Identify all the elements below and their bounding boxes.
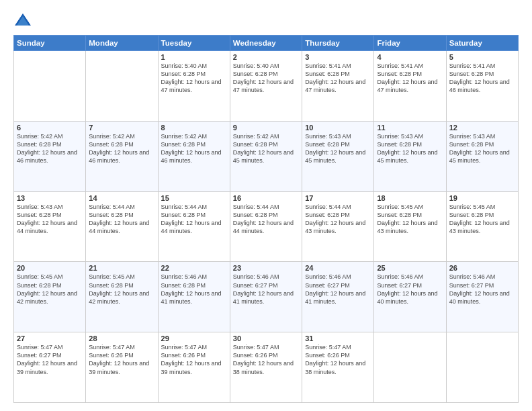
day-info: Sunrise: 5:43 AM Sunset: 6:28 PM Dayligh… xyxy=(377,132,443,165)
day-number: 9 xyxy=(233,124,299,132)
day-info: Sunrise: 5:43 AM Sunset: 6:28 PM Dayligh… xyxy=(305,132,371,165)
day-info: Sunrise: 5:41 AM Sunset: 6:28 PM Dayligh… xyxy=(305,62,371,95)
day-info: Sunrise: 5:44 AM Sunset: 6:28 PM Dayligh… xyxy=(89,203,154,236)
day-info: Sunrise: 5:47 AM Sunset: 6:26 PM Dayligh… xyxy=(305,343,371,376)
calendar-cell: 24Sunrise: 5:46 AM Sunset: 6:27 PM Dayli… xyxy=(302,262,374,332)
logo-icon xyxy=(13,11,32,30)
day-number: 15 xyxy=(161,194,227,202)
day-info: Sunrise: 5:41 AM Sunset: 6:28 PM Dayligh… xyxy=(449,62,515,95)
calendar-cell: 18Sunrise: 5:45 AM Sunset: 6:28 PM Dayli… xyxy=(374,191,446,262)
day-info: Sunrise: 5:46 AM Sunset: 6:27 PM Dayligh… xyxy=(233,273,299,306)
day-number: 17 xyxy=(305,194,371,202)
calendar-cell: 26Sunrise: 5:46 AM Sunset: 6:27 PM Dayli… xyxy=(446,262,518,332)
calendar-header-row: SundayMondayTuesdayWednesdayThursdayFrid… xyxy=(14,36,519,51)
logo xyxy=(13,11,35,30)
day-info: Sunrise: 5:45 AM Sunset: 6:28 PM Dayligh… xyxy=(449,203,515,236)
day-info: Sunrise: 5:46 AM Sunset: 6:27 PM Dayligh… xyxy=(449,273,515,306)
day-header-wednesday: Wednesday xyxy=(230,36,302,51)
calendar-cell: 6Sunrise: 5:42 AM Sunset: 6:28 PM Daylig… xyxy=(14,121,86,191)
day-header-friday: Friday xyxy=(374,36,446,51)
day-info: Sunrise: 5:43 AM Sunset: 6:28 PM Dayligh… xyxy=(17,203,83,236)
day-info: Sunrise: 5:42 AM Sunset: 6:28 PM Dayligh… xyxy=(17,132,83,165)
day-info: Sunrise: 5:46 AM Sunset: 6:28 PM Dayligh… xyxy=(161,273,227,306)
day-number: 26 xyxy=(449,264,515,272)
calendar-cell: 2Sunrise: 5:40 AM Sunset: 6:28 PM Daylig… xyxy=(230,51,302,122)
calendar-cell: 4Sunrise: 5:41 AM Sunset: 6:28 PM Daylig… xyxy=(374,51,446,122)
calendar-cell: 14Sunrise: 5:44 AM Sunset: 6:28 PM Dayli… xyxy=(86,191,158,262)
calendar-cell xyxy=(86,51,158,122)
day-info: Sunrise: 5:43 AM Sunset: 6:28 PM Dayligh… xyxy=(449,132,515,165)
calendar-cell: 25Sunrise: 5:46 AM Sunset: 6:27 PM Dayli… xyxy=(374,262,446,332)
calendar-cell: 22Sunrise: 5:46 AM Sunset: 6:28 PM Dayli… xyxy=(158,262,230,332)
day-number: 20 xyxy=(17,264,83,272)
day-info: Sunrise: 5:44 AM Sunset: 6:28 PM Dayligh… xyxy=(161,203,227,236)
day-info: Sunrise: 5:40 AM Sunset: 6:28 PM Dayligh… xyxy=(233,62,299,95)
day-info: Sunrise: 5:42 AM Sunset: 6:28 PM Dayligh… xyxy=(233,132,299,165)
day-header-thursday: Thursday xyxy=(302,36,374,51)
day-number: 19 xyxy=(449,194,515,202)
calendar-cell: 11Sunrise: 5:43 AM Sunset: 6:28 PM Dayli… xyxy=(374,121,446,191)
day-header-sunday: Sunday xyxy=(14,36,86,51)
day-header-monday: Monday xyxy=(86,36,158,51)
day-number: 21 xyxy=(89,264,154,272)
day-number: 12 xyxy=(449,124,515,132)
calendar-cell: 31Sunrise: 5:47 AM Sunset: 6:26 PM Dayli… xyxy=(302,332,374,403)
day-info: Sunrise: 5:47 AM Sunset: 6:26 PM Dayligh… xyxy=(233,343,299,376)
day-number: 10 xyxy=(305,124,371,132)
calendar-cell: 19Sunrise: 5:45 AM Sunset: 6:28 PM Dayli… xyxy=(446,191,518,262)
calendar-cell: 27Sunrise: 5:47 AM Sunset: 6:27 PM Dayli… xyxy=(14,332,86,403)
calendar-cell: 21Sunrise: 5:45 AM Sunset: 6:28 PM Dayli… xyxy=(86,262,158,332)
calendar-cell: 9Sunrise: 5:42 AM Sunset: 6:28 PM Daylig… xyxy=(230,121,302,191)
day-info: Sunrise: 5:41 AM Sunset: 6:28 PM Dayligh… xyxy=(377,62,443,95)
calendar-week-5: 27Sunrise: 5:47 AM Sunset: 6:27 PM Dayli… xyxy=(14,332,519,403)
calendar-cell: 30Sunrise: 5:47 AM Sunset: 6:26 PM Dayli… xyxy=(230,332,302,403)
calendar-cell: 10Sunrise: 5:43 AM Sunset: 6:28 PM Dayli… xyxy=(302,121,374,191)
day-number: 28 xyxy=(89,334,154,342)
calendar-cell: 12Sunrise: 5:43 AM Sunset: 6:28 PM Dayli… xyxy=(446,121,518,191)
day-header-tuesday: Tuesday xyxy=(158,36,230,51)
calendar-cell: 29Sunrise: 5:47 AM Sunset: 6:26 PM Dayli… xyxy=(158,332,230,403)
day-number: 3 xyxy=(305,53,371,61)
day-number: 5 xyxy=(449,53,515,61)
calendar-cell xyxy=(446,332,518,403)
day-info: Sunrise: 5:47 AM Sunset: 6:26 PM Dayligh… xyxy=(89,343,154,376)
day-number: 4 xyxy=(377,53,443,61)
day-info: Sunrise: 5:47 AM Sunset: 6:27 PM Dayligh… xyxy=(17,343,83,376)
calendar-cell: 8Sunrise: 5:42 AM Sunset: 6:28 PM Daylig… xyxy=(158,121,230,191)
calendar-week-4: 20Sunrise: 5:45 AM Sunset: 6:28 PM Dayli… xyxy=(14,262,519,332)
day-number: 23 xyxy=(233,264,299,272)
day-info: Sunrise: 5:42 AM Sunset: 6:28 PM Dayligh… xyxy=(89,132,154,165)
calendar-week-3: 13Sunrise: 5:43 AM Sunset: 6:28 PM Dayli… xyxy=(14,191,519,262)
day-number: 2 xyxy=(233,53,299,61)
calendar-week-2: 6Sunrise: 5:42 AM Sunset: 6:28 PM Daylig… xyxy=(14,121,519,191)
calendar-cell: 16Sunrise: 5:44 AM Sunset: 6:28 PM Dayli… xyxy=(230,191,302,262)
day-info: Sunrise: 5:45 AM Sunset: 6:28 PM Dayligh… xyxy=(17,273,83,306)
day-number: 7 xyxy=(89,124,154,132)
day-number: 8 xyxy=(161,124,227,132)
calendar-cell: 1Sunrise: 5:40 AM Sunset: 6:28 PM Daylig… xyxy=(158,51,230,122)
day-number: 6 xyxy=(17,124,83,132)
day-number: 16 xyxy=(233,194,299,202)
day-number: 13 xyxy=(17,194,83,202)
calendar-cell: 15Sunrise: 5:44 AM Sunset: 6:28 PM Dayli… xyxy=(158,191,230,262)
day-number: 24 xyxy=(305,264,371,272)
day-info: Sunrise: 5:44 AM Sunset: 6:28 PM Dayligh… xyxy=(233,203,299,236)
day-number: 18 xyxy=(377,194,443,202)
calendar-week-1: 1Sunrise: 5:40 AM Sunset: 6:28 PM Daylig… xyxy=(14,51,519,122)
day-info: Sunrise: 5:46 AM Sunset: 6:27 PM Dayligh… xyxy=(377,273,443,306)
calendar-cell: 20Sunrise: 5:45 AM Sunset: 6:28 PM Dayli… xyxy=(14,262,86,332)
day-info: Sunrise: 5:46 AM Sunset: 6:27 PM Dayligh… xyxy=(305,273,371,306)
day-number: 14 xyxy=(89,194,154,202)
day-header-saturday: Saturday xyxy=(446,36,518,51)
day-info: Sunrise: 5:47 AM Sunset: 6:26 PM Dayligh… xyxy=(161,343,227,376)
day-number: 11 xyxy=(377,124,443,132)
calendar-cell xyxy=(374,332,446,403)
day-info: Sunrise: 5:45 AM Sunset: 6:28 PM Dayligh… xyxy=(89,273,154,306)
calendar-cell: 3Sunrise: 5:41 AM Sunset: 6:28 PM Daylig… xyxy=(302,51,374,122)
calendar-cell: 23Sunrise: 5:46 AM Sunset: 6:27 PM Dayli… xyxy=(230,262,302,332)
calendar-cell: 13Sunrise: 5:43 AM Sunset: 6:28 PM Dayli… xyxy=(14,191,86,262)
page-header xyxy=(13,11,519,30)
day-info: Sunrise: 5:45 AM Sunset: 6:28 PM Dayligh… xyxy=(377,203,443,236)
calendar-cell: 7Sunrise: 5:42 AM Sunset: 6:28 PM Daylig… xyxy=(86,121,158,191)
day-number: 1 xyxy=(161,53,227,61)
